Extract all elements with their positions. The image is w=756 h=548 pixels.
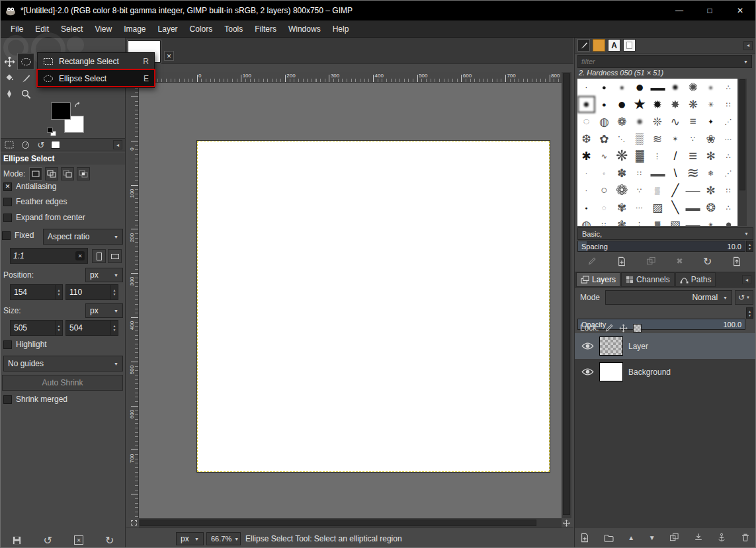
brush-thumbnail[interactable]: ∵ — [684, 130, 702, 147]
brush-thumbnail[interactable]: ∷ — [720, 96, 737, 113]
brush-thumbnail[interactable]: ● — [702, 79, 720, 96]
brush-thumbnail[interactable]: ∿ — [666, 113, 684, 130]
menu-item-image[interactable]: Image — [118, 22, 151, 36]
panel-menu-icon[interactable]: ◂ — [113, 140, 122, 149]
brush-thumbnail[interactable]: ▒ — [649, 182, 667, 199]
brush-thumbnail[interactable]: ✳ — [702, 96, 720, 113]
size-unit-dropdown[interactable]: px ▼ — [85, 303, 123, 318]
brush-thumbnail[interactable]: ✽ — [613, 165, 631, 182]
brush-thumbnail[interactable]: ▒ — [631, 130, 649, 147]
zoom-tool-button[interactable] — [19, 87, 32, 100]
default-colors-icon[interactable] — [47, 128, 58, 137]
menu-item-colors[interactable]: Colors — [184, 22, 219, 36]
menu-item-filters[interactable]: Filters — [249, 22, 282, 36]
highlight-checkbox[interactable]: Highlight — [3, 340, 47, 349]
canvas-image[interactable] — [197, 141, 550, 472]
brush-thumbnail[interactable]: ✸ — [666, 96, 684, 113]
auto-shrink-button[interactable]: Auto Shrink — [2, 375, 123, 391]
brush-thumbnail[interactable]: ❄ — [702, 165, 720, 182]
ellipse-select-tool-button[interactable] — [17, 53, 34, 70]
brush-thumbnail[interactable]: ❁ — [613, 182, 631, 199]
brush-thumbnail[interactable]: ● — [613, 79, 631, 96]
swap-colors-icon[interactable] — [73, 101, 84, 110]
shrink-merged-checkbox[interactable]: Shrink merged — [3, 395, 67, 404]
lock-pixels-icon[interactable] — [605, 323, 614, 333]
brush-thumbnail[interactable]: ▓ — [631, 147, 649, 165]
position-y-field[interactable]: 110 ▲▼ — [65, 284, 118, 300]
brush-thumbnail[interactable]: ∷ — [595, 216, 613, 226]
expand-from-center-checkbox[interactable]: Expand from center — [3, 213, 85, 222]
layer-mode-dropdown[interactable]: Normal ▼ — [605, 290, 732, 305]
brush-thumbnail[interactable]: ✶ — [666, 130, 684, 147]
brush-thumbnail[interactable]: · — [577, 79, 595, 96]
brush-thumbnail[interactable]: ⋮ — [649, 147, 667, 165]
vertical-scrollbar[interactable] — [562, 72, 571, 518]
brush-thumbnail[interactable]: ◍ — [577, 216, 595, 226]
tab-images[interactable] — [51, 141, 60, 149]
merge-down-icon[interactable] — [694, 533, 703, 542]
brush-thumbnail[interactable]: ● — [720, 216, 737, 226]
brush-thumbnail[interactable]: ● — [666, 79, 684, 96]
tab-paths[interactable]: Paths — [675, 272, 716, 287]
menu-item-select[interactable]: Select — [55, 22, 89, 36]
aspect-ratio-dropdown[interactable]: Aspect ratio ▼ — [43, 229, 123, 245]
brush-thumbnail[interactable]: ✾ — [613, 199, 631, 216]
edit-brush-icon[interactable] — [587, 256, 597, 266]
tab-channels[interactable]: Channels — [621, 272, 675, 287]
menu-item-tools[interactable]: Tools — [218, 22, 249, 36]
mode-subtract-button[interactable] — [61, 167, 74, 180]
new-brush-icon[interactable] — [617, 256, 626, 266]
delete-brush-icon[interactable]: ✖ — [676, 256, 683, 266]
brush-thumbnail[interactable]: ❁ — [613, 113, 631, 130]
brush-thumbnail[interactable]: ❃ — [613, 216, 631, 226]
horizontal-ruler[interactable]: 0100200300400500600700800 — [139, 72, 562, 83]
brush-thumbnail[interactable]: ✹ — [649, 96, 667, 113]
menu-item-rectangle-select[interactable]: Rectangle Select R — [38, 53, 154, 70]
layer-thumbnail[interactable] — [599, 336, 623, 356]
menu-item-view[interactable]: View — [89, 22, 118, 36]
new-layer-icon[interactable] — [580, 533, 589, 543]
restore-preset-icon[interactable]: ↺ — [44, 534, 52, 547]
new-layer-group-icon[interactable] — [604, 533, 614, 542]
fixed-checkbox[interactable]: Fixed — [2, 231, 34, 240]
brush-thumbnail[interactable]: ▬ — [678, 199, 708, 216]
brush-thumbnail[interactable]: ● — [577, 199, 595, 216]
close-image-icon[interactable]: ✕ — [164, 51, 174, 61]
brush-thumbnail[interactable]: ✱ — [577, 147, 595, 165]
brush-thumbnail[interactable]: ● — [595, 96, 613, 113]
vertical-ruler[interactable]: 0100200300400500600700 — [128, 83, 139, 518]
feather-edges-checkbox[interactable]: Feather edges — [3, 197, 67, 206]
brush-thumbnail[interactable]: ◍ — [595, 113, 613, 130]
tab-brushes[interactable] — [577, 39, 590, 52]
duplicate-layer-icon[interactable] — [669, 533, 679, 542]
statusbar-unit-dropdown[interactable]: px ▼ — [176, 532, 204, 545]
lock-position-icon[interactable] — [619, 324, 628, 333]
brush-thumbnail[interactable]: ✺ — [684, 79, 702, 96]
tab-device-status[interactable] — [19, 139, 31, 151]
save-preset-icon[interactable] — [12, 535, 22, 545]
mode-switch-button[interactable]: ↺ ▼ — [735, 290, 753, 305]
menu-item-file[interactable]: File — [5, 22, 29, 36]
brush-thumbnail[interactable]: ❋ — [684, 96, 702, 113]
horizontal-scrollbar-thumb[interactable] — [140, 520, 536, 526]
brush-thumbnail[interactable]: ❋ — [613, 147, 631, 165]
layer-row-layer[interactable]: Layer — [575, 333, 755, 359]
position-x-field[interactable]: 154 ▲▼ — [10, 284, 63, 300]
delete-preset-icon[interactable]: ✕ — [74, 535, 83, 545]
opacity-spinner-arrows[interactable]: ▲▼ — [746, 307, 753, 319]
brush-thumbnail[interactable]: ⋮ — [631, 216, 649, 226]
layer-name[interactable]: Layer — [628, 342, 648, 351]
brush-thumbnail[interactable]: ▬ — [642, 165, 673, 182]
tab-tool-options[interactable] — [3, 139, 15, 151]
brush-thumbnail[interactable]: ⋱ — [613, 130, 631, 147]
lock-alpha-icon[interactable] — [633, 324, 642, 333]
tab-layers[interactable]: Layers — [576, 272, 620, 287]
minimize-button[interactable]: — — [664, 1, 694, 20]
brush-thumbnail[interactable]: ● — [631, 113, 649, 130]
navigation-icon[interactable] — [562, 518, 571, 528]
brush-scrollbar-thumb[interactable] — [739, 79, 745, 190]
menu-item-help[interactable]: Help — [327, 22, 355, 36]
tab-document-history[interactable] — [623, 39, 636, 52]
ink-tool-button[interactable] — [2, 87, 17, 101]
brush-thumbnail[interactable]: ∴ — [720, 79, 737, 96]
